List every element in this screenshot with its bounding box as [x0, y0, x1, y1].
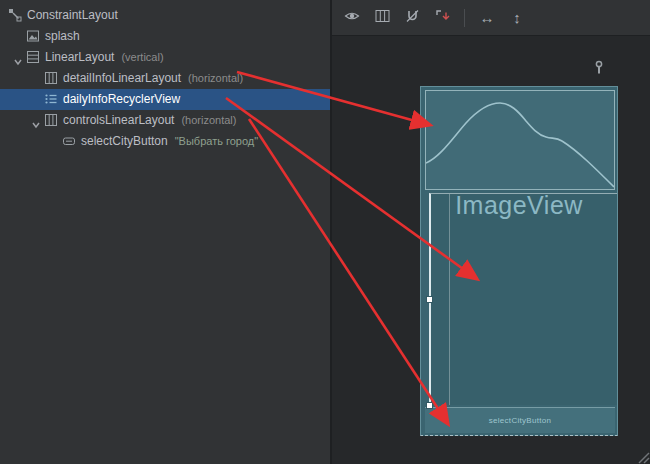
tree-annotation-text-value: "Выбрать город" — [175, 135, 258, 147]
tree-row-detailinfolinearlayout[interactable]: detailInfoLinearLayout(horizontal) — [0, 68, 330, 89]
component-tree: ConstraintLayout splash LinearLayout(ver… — [0, 5, 330, 152]
linearlayout-vertical-icon — [26, 50, 40, 64]
tree-row-linearlayout[interactable]: LinearLayout(vertical) — [0, 47, 330, 68]
pan-vertical-button[interactable]: ↕ — [507, 8, 527, 28]
tree-label: controlsLinearLayout(horizontal) — [63, 113, 236, 127]
horizontal-arrows-icon: ↔ — [480, 10, 495, 25]
design-canvas[interactable]: ImageView selectCityButton — [332, 36, 650, 464]
recyclerview-icon — [44, 92, 58, 106]
preview-recyclerview-section[interactable] — [429, 193, 617, 405]
chevron-down-icon[interactable] — [13, 53, 23, 63]
toolbar-separator — [464, 9, 465, 27]
linearlayout-horizontal-icon — [44, 71, 58, 85]
tree-label: LinearLayout(vertical) — [45, 50, 164, 64]
button-icon — [62, 134, 76, 148]
linearlayout-horizontal-icon — [44, 113, 58, 127]
layout-editor-window: ConstraintLayout splash LinearLayout(ver… — [0, 0, 650, 464]
component-tree-panel: ConstraintLayout splash LinearLayout(ver… — [0, 0, 330, 464]
tree-label: selectCityButton"Выбрать город" — [81, 134, 258, 148]
margins-icon — [435, 9, 450, 27]
column-guides-button[interactable] — [372, 8, 392, 28]
constraint-layout-icon — [8, 8, 22, 22]
view-options-button[interactable] — [342, 8, 362, 28]
tree-annotation: (horizontal) — [181, 114, 236, 126]
imageview-placeholder-label: ImageView — [421, 191, 617, 220]
temperature-curve — [426, 91, 614, 189]
pan-horizontal-button[interactable]: ↔ — [477, 8, 497, 28]
preview-button-label: selectCityButton — [489, 416, 552, 425]
tree-label: splash — [45, 29, 80, 43]
selection-handle-bottom-left[interactable] — [426, 402, 433, 409]
tree-row-constraintlayout[interactable]: ConstraintLayout — [0, 5, 330, 26]
chevron-down-icon[interactable] — [31, 116, 41, 126]
wrench-icon — [593, 60, 605, 79]
imageview-icon — [26, 29, 40, 43]
tree-label: detailInfoLinearLayout(horizontal) — [63, 71, 243, 85]
tree-row-controlslinearlayout[interactable]: controlsLinearLayout(horizontal) — [0, 110, 330, 131]
vertical-arrows-icon: ↕ — [513, 10, 521, 25]
preview-device-screen[interactable]: ImageView selectCityButton — [420, 86, 618, 436]
tree-annotation: (horizontal) — [188, 72, 243, 84]
tree-row-splash[interactable]: splash — [0, 26, 330, 47]
autoconnect-off-button[interactable] — [402, 8, 422, 28]
tree-label: dailyInfoRecyclerView — [63, 92, 180, 106]
tree-annotation: (vertical) — [121, 51, 163, 63]
design-toolbar: ↔ ↕ — [332, 0, 650, 36]
selection-handle-left[interactable] — [426, 296, 433, 303]
preview-detailinfo-section[interactable] — [425, 90, 615, 190]
tree-row-dailyinforecyclerview[interactable]: dailyInfoRecyclerView — [0, 89, 330, 110]
column-guides-icon — [375, 9, 390, 27]
resize-grip[interactable] — [636, 450, 650, 464]
tree-row-selectcitybutton[interactable]: selectCityButton"Выбрать город" — [0, 131, 330, 152]
default-margins-button[interactable] — [432, 8, 452, 28]
preview-selectcitybutton[interactable]: selectCityButton — [425, 407, 615, 433]
magnet-off-icon — [405, 9, 420, 27]
tree-label: ConstraintLayout — [27, 8, 118, 22]
render-settings-button[interactable] — [590, 60, 608, 78]
eye-icon — [344, 9, 360, 27]
